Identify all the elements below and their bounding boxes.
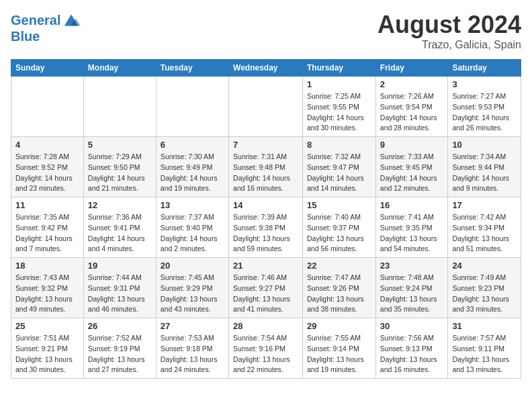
calendar-cell: 18Sunrise: 7:43 AMSunset: 9:32 PMDayligh… (11, 258, 84, 318)
calendar-cell: 17Sunrise: 7:42 AMSunset: 9:34 PMDayligh… (448, 197, 521, 258)
day-number: 2 (380, 79, 444, 89)
day-info: Sunrise: 7:27 AMSunset: 9:53 PMDaylight:… (452, 91, 517, 134)
day-info: Sunrise: 7:44 AMSunset: 9:31 PMDaylight:… (88, 273, 152, 315)
day-number: 10 (452, 140, 517, 150)
calendar-cell: 9Sunrise: 7:33 AMSunset: 9:45 PMDaylight… (375, 137, 448, 197)
calendar-cell: 8Sunrise: 7:32 AMSunset: 9:47 PMDaylight… (303, 137, 376, 197)
day-number: 9 (380, 140, 444, 150)
day-number: 3 (452, 79, 517, 89)
day-number: 14 (233, 200, 298, 210)
calendar-cell: 19Sunrise: 7:44 AMSunset: 9:31 PMDayligh… (83, 258, 156, 318)
calendar-cell: 15Sunrise: 7:40 AMSunset: 9:37 PMDayligh… (303, 197, 376, 258)
calendar-cell: 12Sunrise: 7:36 AMSunset: 9:41 PMDayligh… (83, 197, 156, 258)
day-info: Sunrise: 7:57 AMSunset: 9:11 PMDaylight:… (452, 333, 517, 375)
day-info: Sunrise: 7:43 AMSunset: 9:32 PMDaylight:… (15, 273, 79, 315)
day-number: 8 (307, 140, 371, 150)
calendar-week-5: 25Sunrise: 7:51 AMSunset: 9:21 PMDayligh… (11, 318, 521, 379)
day-info: Sunrise: 7:49 AMSunset: 9:23 PMDaylight:… (452, 273, 517, 315)
calendar-week-3: 11Sunrise: 7:35 AMSunset: 9:42 PMDayligh… (11, 197, 521, 258)
day-info: Sunrise: 7:41 AMSunset: 9:35 PMDaylight:… (380, 212, 444, 255)
calendar-cell: 21Sunrise: 7:46 AMSunset: 9:27 PMDayligh… (229, 258, 303, 318)
calendar-cell (156, 77, 228, 137)
day-number: 16 (380, 200, 444, 210)
day-info: Sunrise: 7:55 AMSunset: 9:14 PMDaylight:… (307, 333, 371, 375)
calendar-cell (11, 77, 84, 137)
day-number: 28 (233, 321, 298, 331)
day-info: Sunrise: 7:39 AMSunset: 9:38 PMDaylight:… (233, 212, 298, 255)
day-info: Sunrise: 7:33 AMSunset: 9:45 PMDaylight:… (380, 152, 444, 194)
day-number: 26 (88, 321, 152, 331)
day-number: 29 (307, 321, 371, 331)
logo: General Blue (11, 11, 81, 43)
calendar-cell: 29Sunrise: 7:55 AMSunset: 9:14 PMDayligh… (303, 318, 376, 379)
day-info: Sunrise: 7:31 AMSunset: 9:48 PMDaylight:… (233, 152, 298, 194)
day-number: 4 (15, 140, 79, 150)
day-info: Sunrise: 7:34 AMSunset: 9:44 PMDaylight:… (452, 152, 517, 194)
calendar-cell: 22Sunrise: 7:47 AMSunset: 9:26 PMDayligh… (303, 258, 376, 318)
day-info: Sunrise: 7:29 AMSunset: 9:50 PMDaylight:… (88, 152, 152, 194)
calendar-cell: 13Sunrise: 7:37 AMSunset: 9:40 PMDayligh… (156, 197, 228, 258)
column-header-sunday: Sunday (11, 60, 84, 77)
calendar-cell: 26Sunrise: 7:52 AMSunset: 9:19 PMDayligh… (83, 318, 156, 379)
logo-blue: Blue (11, 30, 81, 43)
day-number: 18 (15, 261, 79, 271)
calendar-cell (229, 77, 303, 137)
day-number: 12 (88, 200, 152, 210)
calendar-cell: 4Sunrise: 7:28 AMSunset: 9:52 PMDaylight… (11, 137, 84, 197)
day-info: Sunrise: 7:40 AMSunset: 9:37 PMDaylight:… (307, 212, 371, 255)
calendar-cell: 1Sunrise: 7:25 AMSunset: 9:55 PMDaylight… (303, 77, 376, 137)
column-header-friday: Friday (375, 60, 448, 77)
calendar-week-4: 18Sunrise: 7:43 AMSunset: 9:32 PMDayligh… (11, 258, 521, 318)
title-block: August 2024 Trazo, Galicia, Spain (378, 11, 521, 51)
day-number: 6 (161, 140, 224, 150)
day-number: 30 (380, 321, 444, 331)
calendar-cell: 31Sunrise: 7:57 AMSunset: 9:11 PMDayligh… (448, 318, 521, 379)
day-number: 27 (161, 321, 224, 331)
column-header-wednesday: Wednesday (229, 60, 303, 77)
day-info: Sunrise: 7:26 AMSunset: 9:54 PMDaylight:… (380, 91, 444, 134)
day-number: 5 (88, 140, 152, 150)
day-number: 21 (233, 261, 298, 271)
day-info: Sunrise: 7:51 AMSunset: 9:21 PMDaylight:… (15, 333, 79, 375)
day-number: 15 (307, 200, 371, 210)
day-number: 31 (452, 321, 517, 331)
day-number: 19 (88, 261, 152, 271)
day-info: Sunrise: 7:53 AMSunset: 9:18 PMDaylight:… (161, 333, 224, 375)
day-info: Sunrise: 7:45 AMSunset: 9:29 PMDaylight:… (161, 273, 224, 315)
day-info: Sunrise: 7:46 AMSunset: 9:27 PMDaylight:… (233, 273, 298, 315)
day-info: Sunrise: 7:25 AMSunset: 9:55 PMDaylight:… (307, 91, 371, 134)
day-info: Sunrise: 7:52 AMSunset: 9:19 PMDaylight:… (88, 333, 152, 375)
day-info: Sunrise: 7:28 AMSunset: 9:52 PMDaylight:… (15, 152, 79, 194)
day-info: Sunrise: 7:54 AMSunset: 9:16 PMDaylight:… (233, 333, 298, 375)
day-info: Sunrise: 7:37 AMSunset: 9:40 PMDaylight:… (161, 212, 224, 255)
calendar-cell: 14Sunrise: 7:39 AMSunset: 9:38 PMDayligh… (229, 197, 303, 258)
calendar-week-1: 1Sunrise: 7:25 AMSunset: 9:55 PMDaylight… (11, 77, 521, 137)
location: Trazo, Galicia, Spain (378, 39, 521, 51)
day-number: 1 (307, 79, 371, 89)
day-number: 24 (452, 261, 517, 271)
calendar-cell: 11Sunrise: 7:35 AMSunset: 9:42 PMDayligh… (11, 197, 84, 258)
calendar-cell: 24Sunrise: 7:49 AMSunset: 9:23 PMDayligh… (448, 258, 521, 318)
day-info: Sunrise: 7:48 AMSunset: 9:24 PMDaylight:… (380, 273, 444, 315)
logo-text: General (11, 13, 60, 27)
day-number: 25 (15, 321, 79, 331)
calendar-cell (83, 77, 156, 137)
day-info: Sunrise: 7:30 AMSunset: 9:49 PMDaylight:… (161, 152, 224, 194)
calendar-cell: 28Sunrise: 7:54 AMSunset: 9:16 PMDayligh… (229, 318, 303, 379)
calendar-cell: 7Sunrise: 7:31 AMSunset: 9:48 PMDaylight… (229, 137, 303, 197)
calendar-week-2: 4Sunrise: 7:28 AMSunset: 9:52 PMDaylight… (11, 137, 521, 197)
day-info: Sunrise: 7:47 AMSunset: 9:26 PMDaylight:… (307, 273, 371, 315)
day-info: Sunrise: 7:36 AMSunset: 9:41 PMDaylight:… (88, 212, 152, 255)
day-number: 23 (380, 261, 444, 271)
day-number: 22 (307, 261, 371, 271)
calendar-cell: 2Sunrise: 7:26 AMSunset: 9:54 PMDaylight… (375, 77, 448, 137)
page-header: General Blue August 2024 Trazo, Galicia,… (11, 11, 521, 51)
day-info: Sunrise: 7:56 AMSunset: 9:13 PMDaylight:… (380, 333, 444, 375)
day-number: 7 (233, 140, 298, 150)
calendar-cell: 20Sunrise: 7:45 AMSunset: 9:29 PMDayligh… (156, 258, 228, 318)
column-header-saturday: Saturday (448, 60, 521, 77)
day-info: Sunrise: 7:42 AMSunset: 9:34 PMDaylight:… (452, 212, 517, 255)
calendar-cell: 10Sunrise: 7:34 AMSunset: 9:44 PMDayligh… (448, 137, 521, 197)
calendar-cell: 6Sunrise: 7:30 AMSunset: 9:49 PMDaylight… (156, 137, 228, 197)
calendar-cell: 30Sunrise: 7:56 AMSunset: 9:13 PMDayligh… (375, 318, 448, 379)
